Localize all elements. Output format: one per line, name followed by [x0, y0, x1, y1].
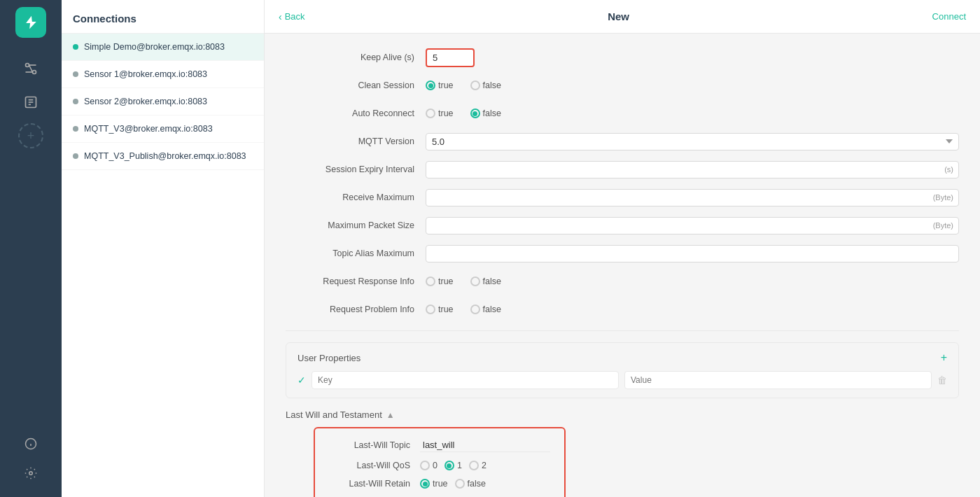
session-expiry-label: Session Expiry Interval	[286, 164, 426, 174]
app-logo[interactable]	[15, 7, 46, 38]
request-response-control: true false	[426, 276, 959, 286]
clean-session-true-option[interactable]: true	[426, 80, 454, 90]
clean-session-true-radio[interactable]	[426, 80, 435, 90]
connect-button[interactable]: Connect	[932, 11, 966, 22]
sidebar-item-connections[interactable]	[18, 56, 43, 81]
connection-label-4: MQTT_V3@broker.emqx.io:8083	[84, 124, 213, 134]
keep-alive-input[interactable]	[426, 48, 475, 67]
will-retain-true-label: true	[433, 479, 448, 489]
mqtt-version-select[interactable]: 5.0 3.1.1 3.1	[426, 133, 959, 150]
mqtt-version-row: MQTT Version 5.0 3.1.1 3.1	[286, 132, 959, 151]
topic-alias-label: Topic Alias Maximum	[286, 248, 426, 258]
last-will-collapse-icon[interactable]: ▲	[386, 410, 395, 420]
clean-session-control: true false	[426, 80, 959, 90]
request-problem-label: Request Problem Info	[286, 304, 426, 314]
req-response-true-label: true	[438, 276, 454, 286]
auto-reconnect-true-option[interactable]: true	[426, 108, 454, 118]
back-button[interactable]: ‹ Back	[279, 11, 305, 22]
clean-session-false-radio[interactable]	[470, 80, 480, 90]
last-will-title: Last Will and Testament	[286, 410, 382, 420]
sidebar-item-subscriptions[interactable]	[18, 90, 43, 115]
will-qos-0-radio[interactable]	[420, 461, 430, 470]
will-retain-false-radio[interactable]	[455, 479, 465, 489]
auto-reconnect-false-option[interactable]: false	[470, 108, 501, 118]
will-retain-control: true false	[420, 479, 550, 489]
prop-check-icon: ✓	[298, 374, 306, 386]
will-qos-row: Last-Will QoS 0 1 2	[329, 461, 550, 470]
will-retain-row: Last-Will Retain true false	[329, 479, 550, 489]
request-problem-row: Request Problem Info true false	[286, 300, 959, 319]
will-qos-1-radio[interactable]	[444, 461, 454, 470]
topic-alias-control	[426, 245, 959, 262]
will-qos-0-option[interactable]: 0	[420, 461, 438, 470]
add-property-button[interactable]: +	[941, 351, 947, 364]
will-retain-true-radio[interactable]	[420, 479, 430, 489]
auto-reconnect-true-radio[interactable]	[426, 108, 435, 118]
clean-session-false-option[interactable]: false	[470, 80, 501, 90]
keep-alive-label: Keep Alive (s)	[286, 52, 426, 62]
req-response-false-radio[interactable]	[470, 276, 480, 286]
add-icon: +	[27, 130, 35, 142]
mqtt-version-control: 5.0 3.1.1 3.1	[426, 133, 959, 150]
auto-reconnect-false-label: false	[483, 108, 501, 118]
back-label: Back	[285, 11, 305, 22]
req-problem-false-option[interactable]: false	[470, 304, 501, 314]
prop-delete-button-1[interactable]: 🗑	[937, 374, 947, 386]
will-topic-control	[420, 438, 550, 452]
connection-label-1: Simple Demo@broker.emqx.io:8083	[84, 42, 225, 52]
will-topic-row: Last-Will Topic	[329, 438, 550, 452]
max-packet-size-input[interactable]	[426, 217, 959, 234]
connection-status-dot-1	[73, 44, 78, 50]
form-area: Keep Alive (s) Clean Session true false …	[265, 34, 980, 497]
topic-alias-input[interactable]	[426, 245, 959, 262]
connection-label-3: Sensor 2@broker.emqx.io:8083	[84, 97, 207, 106]
keep-alive-control	[426, 48, 959, 67]
connection-item-1[interactable]: Simple Demo@broker.emqx.io:8083	[62, 34, 264, 61]
auto-reconnect-control: true false	[426, 108, 959, 118]
auto-reconnect-row: Auto Reconnect true false	[286, 104, 959, 123]
req-problem-true-radio[interactable]	[426, 304, 435, 314]
req-response-true-option[interactable]: true	[426, 276, 454, 286]
property-row-1: ✓ 🗑	[298, 371, 947, 389]
req-problem-true-option[interactable]: true	[426, 304, 454, 314]
connections-title: Connections	[62, 0, 264, 34]
connection-item-5[interactable]: MQTT_V3_Publish@broker.emqx.io:8083	[62, 143, 264, 170]
req-response-true-radio[interactable]	[426, 276, 435, 286]
will-topic-input[interactable]	[420, 438, 550, 452]
will-retain-true-option[interactable]: true	[420, 479, 448, 489]
will-qos-control: 0 1 2	[420, 461, 550, 470]
add-connection-button[interactable]: +	[18, 123, 43, 148]
will-qos-2-option[interactable]: 2	[469, 461, 486, 470]
prop-value-input-1[interactable]	[624, 371, 932, 389]
sidebar-item-info[interactable]	[18, 431, 43, 456]
connection-label-2: Sensor 1@broker.emqx.io:8083	[84, 69, 207, 79]
connection-status-dot-4	[73, 126, 78, 132]
receive-maximum-input[interactable]	[426, 189, 959, 206]
connection-item-4[interactable]: MQTT_V3@broker.emqx.io:8083	[62, 115, 264, 143]
auto-reconnect-false-radio[interactable]	[470, 108, 480, 118]
clean-session-row: Clean Session true false	[286, 76, 959, 95]
request-response-row: Request Response Info true false	[286, 272, 959, 291]
request-response-label: Request Response Info	[286, 276, 426, 286]
connection-item-3[interactable]: Sensor 2@broker.emqx.io:8083	[62, 88, 264, 115]
mqtt-version-label: MQTT Version	[286, 136, 426, 146]
max-packet-size-control: (Byte)	[426, 217, 959, 234]
session-expiry-unit: (s)	[944, 165, 953, 174]
session-expiry-input[interactable]	[426, 161, 959, 178]
receive-maximum-control: (Byte)	[426, 189, 959, 206]
will-qos-2-radio[interactable]	[469, 461, 479, 470]
svg-point-12	[29, 472, 33, 475]
sidebar-item-settings[interactable]	[18, 461, 43, 486]
req-problem-false-radio[interactable]	[470, 304, 480, 314]
prop-key-input-1[interactable]	[312, 371, 619, 389]
req-problem-true-label: true	[438, 304, 454, 314]
page-title: New	[305, 10, 932, 22]
will-qos-0-label: 0	[433, 461, 438, 470]
will-qos-1-option[interactable]: 1	[444, 461, 462, 470]
connection-item-2[interactable]: Sensor 1@broker.emqx.io:8083	[62, 61, 264, 88]
connections-panel: Connections Simple Demo@broker.emqx.io:8…	[62, 0, 265, 497]
will-retain-false-option[interactable]: false	[455, 479, 486, 489]
req-response-false-label: false	[483, 276, 501, 286]
keep-alive-row: Keep Alive (s)	[286, 48, 959, 67]
req-response-false-option[interactable]: false	[470, 276, 501, 286]
